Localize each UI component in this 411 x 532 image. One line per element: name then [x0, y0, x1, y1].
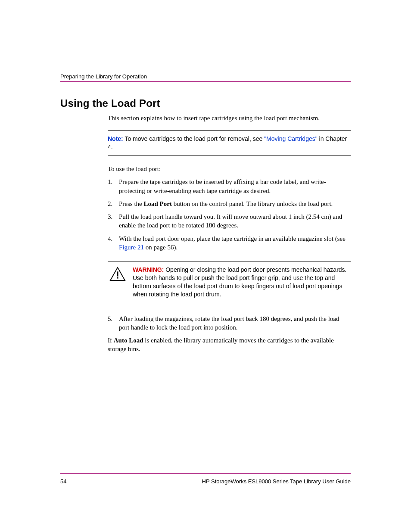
warning-icon-cell [108, 266, 128, 299]
ordered-list: 1. Prepare the tape cartridges to be ins… [108, 177, 351, 252]
list-body: Press the Load Port button on the contro… [119, 199, 351, 208]
section-heading: Using the Load Port [60, 97, 351, 109]
svg-rect-1 [117, 271, 118, 276]
list-item: 5. After loading the magazines, rotate t… [108, 314, 351, 332]
closing-paragraph: If Auto Load is enabled, the library aut… [108, 336, 351, 354]
list-number: 2. [108, 199, 119, 208]
lead-in-text: To use the load port: [108, 165, 351, 173]
page-number: 54 [60, 478, 66, 485]
svg-rect-2 [117, 277, 118, 279]
list-item: 3. Pull the load port handle toward you.… [108, 212, 351, 230]
footer-rule [60, 473, 351, 474]
warning-box: WARNING: Opening or closing the load por… [108, 261, 351, 303]
figure-link[interactable]: Figure 21 [119, 244, 144, 251]
list-number: 1. [108, 177, 119, 195]
warning-body: Opening or closing the load port door pr… [133, 266, 346, 298]
list-number: 3. [108, 212, 119, 230]
running-header: Preparing the Library for Operation [60, 73, 351, 81]
list-item: 4. With the load port door open, place t… [108, 234, 351, 252]
page-content: Preparing the Library for Operation Usin… [60, 73, 351, 472]
header-rule [60, 81, 351, 82]
list-body: After loading the magazines, rotate the … [119, 314, 351, 332]
ordered-list-continued: 5. After loading the magazines, rotate t… [108, 314, 351, 332]
body-column: This section explains how to insert tape… [108, 114, 351, 354]
intro-paragraph: This section explains how to insert tape… [108, 114, 351, 122]
list-item: 2. Press the Load Port button on the con… [108, 199, 351, 208]
note-link-moving-cartridges[interactable]: "Moving Cartridges" [264, 135, 318, 142]
list-item: 1. Prepare the tape cartridges to be ins… [108, 177, 351, 195]
list-number: 4. [108, 234, 119, 252]
warning-label: WARNING: [133, 266, 164, 273]
list-body: With the load port door open, place the … [119, 234, 351, 252]
list-number: 5. [108, 314, 119, 332]
note-text-before: To move cartridges to the load port for … [123, 135, 264, 142]
text-after-bold: button on the control panel. The library… [172, 200, 333, 207]
note-box: Note: To move cartridges to the load por… [108, 130, 351, 156]
list-body: Prepare the tape cartridges to be insert… [119, 177, 351, 195]
text-before-bold: Press the [119, 200, 144, 207]
warning-text: WARNING: Opening or closing the load por… [133, 266, 351, 299]
footer-title: HP StorageWorks ESL9000 Series Tape Libr… [202, 478, 351, 485]
closing-before-bold: If [108, 337, 114, 344]
warning-icon [109, 267, 126, 283]
text-before-link: With the load port door open, place the … [119, 235, 346, 242]
page-footer: 54 HP StorageWorks ESL9000 Series Tape L… [60, 473, 351, 485]
load-port-bold: Load Port [144, 200, 172, 207]
auto-load-bold: Auto Load [114, 337, 143, 344]
note-label: Note: [108, 135, 123, 142]
text-after-link: on page 56). [144, 244, 177, 251]
footer-row: 54 HP StorageWorks ESL9000 Series Tape L… [60, 478, 351, 485]
list-body: Pull the load port handle toward you. It… [119, 212, 351, 230]
